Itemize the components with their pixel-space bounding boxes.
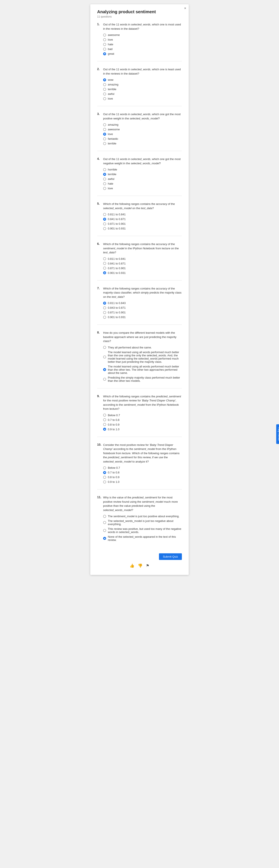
option-item-q4-3[interactable]: hate xyxy=(103,182,182,185)
radio-circle-q11-1 xyxy=(103,521,106,524)
option-item-q11-0[interactable]: The sentiment_model is just too positive… xyxy=(103,515,182,518)
option-item-q1-2[interactable]: hate xyxy=(103,43,182,46)
option-item-q11-3[interactable]: None of the selected_words appeared in t… xyxy=(103,535,182,541)
option-item-q10-3[interactable]: 0.9 to 1.0 xyxy=(103,480,182,484)
option-item-q7-2[interactable]: 0.871 to 0.901 xyxy=(103,311,182,314)
question-number-6: 6. xyxy=(97,242,102,255)
option-item-q4-4[interactable]: love xyxy=(103,187,182,190)
question-text-2: Out of the 11 words in selected_words, w… xyxy=(103,67,182,75)
option-item-q10-1[interactable]: 0.7 to 0.8 xyxy=(103,471,182,474)
option-item-q11-1[interactable]: The selected_words_model is just too neg… xyxy=(103,519,182,526)
option-label-q8-3: Predicting the simply majority class per… xyxy=(108,376,182,382)
question-block-5: 5.Which of the following ranges contains… xyxy=(97,202,182,236)
option-item-q6-3[interactable]: 0.901 to 0.931 xyxy=(103,271,182,275)
question-text-9: Which of the following ranges contains t… xyxy=(103,394,182,411)
thumb-down-icon[interactable]: 👎 xyxy=(138,563,142,568)
question-text-11: Why is the value of the predicted_sentim… xyxy=(103,495,182,512)
option-item-q1-4[interactable]: great xyxy=(103,52,182,55)
option-label-q4-1: terrible xyxy=(108,173,116,176)
radio-circle-q1-3 xyxy=(103,48,106,51)
option-item-q8-1[interactable]: The model learned using all words perfor… xyxy=(103,350,182,363)
option-item-q1-0[interactable]: awesome xyxy=(103,33,182,36)
option-item-q2-2[interactable]: terrible xyxy=(103,88,182,91)
question-block-4: 4.Out of the 11 words in selected_words,… xyxy=(97,157,182,196)
radio-circle-q6-0 xyxy=(103,257,106,260)
option-label-q7-3: 0.901 to 0.931 xyxy=(108,315,125,319)
option-label-q1-1: love xyxy=(108,38,113,41)
option-label-q6-1: 0.841 to 0.871 xyxy=(108,262,125,265)
flag-icon[interactable]: ⚑ xyxy=(146,563,149,568)
option-item-q2-0[interactable]: wow xyxy=(103,78,182,82)
radio-circle-q9-2 xyxy=(103,423,106,426)
option-item-q5-3[interactable]: 0.901 to 0.931 xyxy=(103,227,182,230)
thumb-up-icon[interactable]: 👍 xyxy=(130,563,134,568)
option-item-q8-2[interactable]: The model learned using all words perfor… xyxy=(103,365,182,374)
option-item-q9-2[interactable]: 0.8 to 0.9 xyxy=(103,423,182,426)
option-item-q3-0[interactable]: amazing xyxy=(103,123,182,126)
option-label-q1-3: bad xyxy=(108,48,113,51)
radio-circle-q3-3 xyxy=(103,137,106,141)
option-item-q1-1[interactable]: love xyxy=(103,38,182,41)
option-item-q1-3[interactable]: bad xyxy=(103,48,182,51)
option-item-q9-0[interactable]: Below 0.7 xyxy=(103,413,182,417)
option-label-q9-1: 0.7 to 0.8 xyxy=(108,418,119,422)
option-label-q4-0: horrible xyxy=(108,168,117,171)
option-label-q7-2: 0.871 to 0.901 xyxy=(108,311,125,314)
option-item-q3-3[interactable]: fantastic xyxy=(103,137,182,141)
option-item-q4-0[interactable]: horrible xyxy=(103,168,182,171)
radio-circle-q6-1 xyxy=(103,262,106,265)
option-item-q7-1[interactable]: 0.843 to 0.871 xyxy=(103,306,182,309)
option-item-q3-1[interactable]: awesome xyxy=(103,128,182,131)
option-label-q8-0: They all performed about the same. xyxy=(108,346,152,349)
radio-circle-q7-1 xyxy=(103,306,106,309)
close-button[interactable]: × xyxy=(184,6,186,10)
option-item-q2-3[interactable]: awful xyxy=(103,92,182,95)
option-item-q10-2[interactable]: 0.8 to 0.9 xyxy=(103,475,182,479)
option-item-q5-2[interactable]: 0.871 to 0.901 xyxy=(103,222,182,225)
option-item-q6-0[interactable]: 0.811 to 0.841 xyxy=(103,257,182,260)
option-item-q5-1[interactable]: 0.841 to 0.871 xyxy=(103,217,182,221)
radio-circle-q11-2 xyxy=(103,529,106,532)
option-item-q4-1[interactable]: terrible xyxy=(103,173,182,176)
radio-circle-q7-2 xyxy=(103,311,106,314)
option-item-q7-0[interactable]: 0.811 to 0.843 xyxy=(103,302,182,305)
option-item-q8-0[interactable]: They all performed about the same. xyxy=(103,346,182,349)
radio-circle-q5-2 xyxy=(103,222,106,225)
option-label-q3-4: terrible xyxy=(108,142,116,145)
modal-title: Analyzing product sentiment xyxy=(97,9,182,14)
option-item-q11-2[interactable]: This review was positive, but used too m… xyxy=(103,527,182,534)
radio-circle-q6-2 xyxy=(103,267,106,270)
option-label-q6-2: 0.871 to 0.901 xyxy=(108,267,125,270)
option-item-q6-2[interactable]: 0.871 to 0.901 xyxy=(103,267,182,270)
radio-circle-q3-4 xyxy=(103,142,106,145)
question-block-1: 1.Out of the 11 words in selected_words,… xyxy=(97,23,182,61)
question-text-3: Out of the 11 words in selected_words, w… xyxy=(103,112,182,121)
option-item-q9-1[interactable]: 0.7 to 0.8 xyxy=(103,418,182,422)
option-item-q2-1[interactable]: amazing xyxy=(103,83,182,86)
question-number-3: 3. xyxy=(97,112,102,121)
option-item-q9-3[interactable]: 0.9 to 1.0 xyxy=(103,428,182,431)
radio-circle-q2-4 xyxy=(103,97,106,100)
question-count: 11 questions xyxy=(97,15,182,18)
submit-row: Submit Quiz xyxy=(97,553,182,560)
radio-circle-q2-2 xyxy=(103,88,106,91)
option-item-q3-2[interactable]: love xyxy=(103,132,182,136)
radio-circle-q5-3 xyxy=(103,227,106,230)
option-item-q7-3[interactable]: 0.901 to 0.931 xyxy=(103,315,182,319)
question-text-5: Which of the following ranges contains t… xyxy=(103,202,182,210)
option-item-q4-2[interactable]: awful xyxy=(103,177,182,181)
option-label-q6-0: 0.811 to 0.841 xyxy=(108,257,125,260)
question-block-2: 2.Out of the 11 words in selected_words,… xyxy=(97,67,182,106)
option-item-q8-3[interactable]: Predicting the simply majority class per… xyxy=(103,376,182,382)
option-item-q2-4[interactable]: love xyxy=(103,97,182,100)
option-label-q5-0: 0.811 to 0.841 xyxy=(108,213,125,216)
option-item-q5-0[interactable]: 0.811 to 0.841 xyxy=(103,213,182,216)
option-item-q3-4[interactable]: terrible xyxy=(103,142,182,145)
question-number-8: 8. xyxy=(97,331,102,343)
option-label-q5-3: 0.901 to 0.931 xyxy=(108,227,125,230)
radio-circle-q2-0 xyxy=(103,79,106,82)
option-item-q10-0[interactable]: Below 0.7 xyxy=(103,466,182,469)
option-item-q6-1[interactable]: 0.841 to 0.871 xyxy=(103,262,182,265)
help-center-button[interactable]: Help Center xyxy=(276,424,279,444)
submit-button[interactable]: Submit Quiz xyxy=(159,553,182,560)
